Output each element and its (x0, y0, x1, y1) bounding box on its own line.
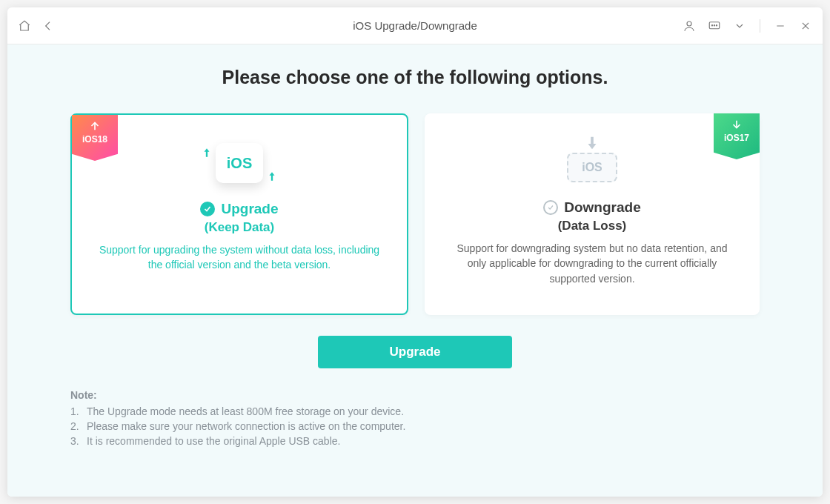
user-icon[interactable] (681, 18, 697, 34)
window-title: iOS Upgrade/Downgrade (353, 19, 477, 32)
upgrade-illustration: iOS (88, 134, 391, 190)
check-filled-icon (200, 202, 215, 216)
feedback-icon[interactable] (706, 18, 723, 34)
arrow-down-icon (730, 118, 743, 131)
arrow-up-small-icon (202, 145, 212, 161)
arrow-down-into-icon (584, 133, 600, 154)
svg-point-3 (714, 24, 714, 25)
option-card-upgrade[interactable]: iOS18 iOS Upgrade (Keep Data) Supp (70, 113, 408, 315)
notes-section: Note: 1.The Upgrade mode needs at least … (70, 389, 760, 447)
titlebar: iOS Upgrade/Downgrade (7, 7, 823, 44)
svg-point-4 (716, 24, 717, 25)
card-subtitle: (Data Loss) (441, 219, 743, 233)
card-description: Support for downgrading system but no da… (451, 241, 733, 286)
minimize-icon[interactable] (772, 18, 788, 34)
note-text: It is recommended to use the original Ap… (87, 435, 340, 447)
note-text: Please make sure your network connection… (87, 420, 405, 432)
close-icon[interactable] (797, 18, 814, 34)
ribbon-upgrade: iOS18 (72, 115, 118, 161)
separator (760, 19, 760, 33)
options-row: iOS18 iOS Upgrade (Keep Data) Supp (70, 113, 760, 315)
ribbon-label: iOS17 (724, 133, 749, 143)
ios-label: iOS (227, 155, 252, 172)
note-item: 2.Please make sure your network connecti… (70, 420, 760, 432)
upgrade-button[interactable]: Upgrade (318, 336, 512, 368)
arrow-up-icon (88, 119, 102, 133)
note-item: 3.It is recommended to use the original … (70, 435, 760, 447)
downgrade-illustration: iOS (441, 133, 743, 189)
notes-title: Note: (70, 389, 760, 401)
option-card-downgrade[interactable]: iOS17 iOS Downgrade (Data Loss) Support … (425, 113, 760, 315)
note-text: The Upgrade mode needs at least 800M fre… (87, 405, 404, 417)
card-subtitle: (Keep Data) (88, 220, 391, 235)
back-icon[interactable] (40, 18, 56, 34)
note-item: 1.The Upgrade mode needs at least 800M f… (70, 405, 760, 417)
card-title: Upgrade (221, 201, 278, 217)
ribbon-downgrade: iOS17 (714, 113, 760, 159)
arrow-up-small-icon (267, 168, 277, 185)
svg-point-0 (687, 21, 691, 26)
chevron-down-icon[interactable] (731, 18, 748, 34)
page-title: Please choose one of the following optio… (70, 67, 760, 88)
home-icon[interactable] (16, 18, 33, 34)
ios-label: iOS (582, 161, 602, 174)
app-window: iOS Upgrade/Downgrade Please choose one … (7, 7, 823, 497)
ribbon-label: iOS18 (82, 134, 107, 145)
card-description: Support for upgrading the system without… (99, 242, 380, 273)
check-outline-icon (543, 200, 558, 215)
content-area: Please choose one of the following optio… (7, 44, 823, 497)
svg-point-2 (711, 24, 712, 25)
card-title: Downgrade (564, 199, 640, 216)
